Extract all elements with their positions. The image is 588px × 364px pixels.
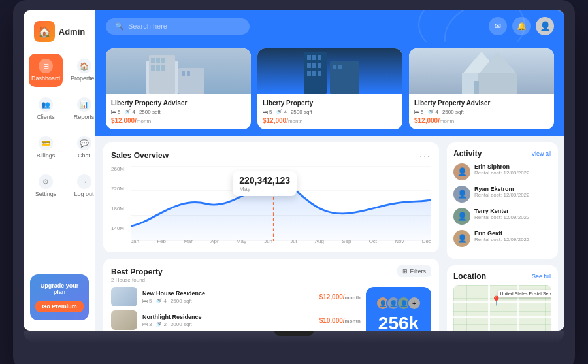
activity-info-1: Ryan Ekstrom Rental cost: 12/09/2022 (474, 186, 551, 198)
customers-card: 👤 👤 👤 + 256k Customers (366, 287, 431, 331)
map-road-h-1 (453, 301, 551, 303)
bottom-area: Sales Overview ··· 260M 220M 180M 140M (95, 136, 564, 331)
svg-rect-13 (312, 55, 316, 60)
prop-thumb-1 (111, 310, 137, 330)
filters-button[interactable]: ⊞ Filters (397, 265, 432, 277)
sidebar-item-settings[interactable]: ⚙ Settings (29, 169, 63, 203)
view-all-button[interactable]: View all (531, 150, 551, 157)
x-dec: Dec (422, 239, 431, 244)
location-card: Location See full 📍 United States Postal… (447, 265, 558, 331)
property-card-0[interactable]: Liberty Property Adviser 🛏 5 🚿 4 2500 sq… (106, 48, 251, 129)
property-price-0: $12,000/month (111, 117, 246, 124)
property-cards-row: Liberty Property Adviser 🛏 5 🚿 4 2500 sq… (95, 42, 564, 136)
map-placeholder[interactable]: 📍 United States Postal Service (453, 285, 551, 331)
prop-name-1: Northlight Residence (142, 314, 314, 320)
best-property-bottom: New House Residence 🛏 5 🚿 4 2500 sqft (111, 287, 431, 331)
property-image-2 (409, 48, 554, 94)
prop-thumb-0 (111, 287, 137, 306)
main-content: 🔍 ✉ 🔔 👤 (95, 10, 564, 331)
svg-rect-7 (161, 65, 165, 71)
property-card-1[interactable]: Liberty Property 🛏 5 🚿 4 2500 sqft $12,0… (257, 48, 402, 129)
x-apr: Apr (210, 239, 218, 244)
x-may: May (237, 239, 246, 244)
svg-rect-23 (338, 65, 342, 69)
svg-rect-15 (307, 63, 311, 68)
prop-sqft-1: 2000 sqft (171, 322, 192, 327)
sales-overview-card: Sales Overview ··· 260M 220M 180M 140M (103, 142, 439, 252)
activity-date-1: Rental cost: 12/09/2022 (474, 192, 551, 198)
sidebar-label-dashboard: Dashboard (31, 75, 60, 82)
sidebar-item-billings[interactable]: 💳 Billings (29, 131, 63, 164)
x-jun: Jun (264, 239, 272, 244)
property-card-body-0: Liberty Property Adviser 🛏 5 🚿 4 2500 sq… (106, 94, 251, 129)
chart-y-labels: 260M 220M 180M 140M (111, 166, 129, 231)
sidebar-label-settings: Settings (35, 191, 57, 197)
notification-button[interactable]: 🔔 (512, 17, 531, 35)
best-property-header: Best Property 2 House found ⊞ Filters (111, 265, 431, 283)
x-jan: Jan (131, 239, 139, 244)
sidebar-label-billings: Billings (37, 152, 56, 159)
property-image-1 (257, 48, 402, 94)
building-svg-0 (106, 48, 251, 94)
property-name-2: Liberty Property Adviser (414, 99, 549, 107)
user-avatar-button[interactable]: 👤 (536, 17, 554, 35)
x-sep: Sep (342, 239, 351, 244)
sales-more-button[interactable]: ··· (419, 150, 431, 161)
property-list: New House Residence 🛏 5 🚿 4 2500 sqft (111, 287, 361, 330)
search-bar[interactable]: 🔍 (106, 18, 250, 35)
svg-rect-16 (312, 63, 316, 68)
see-full-button[interactable]: See full (532, 273, 551, 280)
svg-rect-12 (307, 55, 311, 60)
logout-icon: → (77, 174, 91, 189)
property-name-1: Liberty Property (263, 99, 397, 107)
x-jul: Jul (290, 239, 297, 244)
activity-item-1: 👤 Ryan Ekstrom Rental cost: 12/09/2022 (453, 186, 551, 203)
sidebar-item-clients[interactable]: 👥 Clients (29, 92, 63, 125)
property-list-wrapper: New House Residence 🛏 5 🚿 4 2500 sqft (111, 287, 361, 331)
location-title: Location (453, 272, 486, 281)
sidebar-label-properties: Properties (71, 75, 97, 82)
sidebar: 🏠 Admin ⊞ Dashboard 🏠 Properties 👥 Clien… (24, 10, 95, 331)
sqft-0: 2500 sqft (139, 109, 161, 115)
sidebar-item-dashboard[interactable]: ⊞ Dashboard (29, 54, 63, 87)
prop-meta-0: 🛏 5 🚿 4 2500 sqft (142, 298, 314, 304)
header-actions: ✉ 🔔 👤 (489, 17, 554, 35)
svg-rect-5 (151, 65, 155, 71)
property-name-0: Liberty Property Adviser (111, 99, 246, 107)
prop-meta-1: 🛏 3 🚿 2 2000 sqft (142, 322, 314, 327)
activity-title: Activity (453, 149, 482, 158)
customers-avatars: 👤 👤 👤 + (376, 296, 421, 310)
svg-rect-10 (187, 71, 190, 76)
prop-beds-1: 🛏 3 (142, 322, 152, 327)
email-button[interactable]: ✉ (489, 17, 507, 35)
prop-baths-0: 🚿 4 (155, 298, 166, 304)
sidebar-nav: ⊞ Dashboard 🏠 Properties 👥 Clients 📊 Rep… (29, 54, 90, 203)
sidebar-label-logout: Log out (74, 191, 94, 197)
upgrade-button[interactable]: Go Premium (35, 301, 84, 312)
list-item[interactable]: New House Residence 🛏 5 🚿 4 2500 sqft (111, 287, 361, 306)
tooltip-value: 220,342,123 (239, 175, 290, 186)
customers-count: 256k (378, 314, 419, 331)
search-input[interactable] (128, 22, 240, 30)
search-icon: 🔍 (115, 22, 124, 31)
property-card-body-1: Liberty Property 🛏 5 🚿 4 2500 sqft $12,0… (257, 94, 402, 129)
logo-icon: 🏠 (34, 21, 55, 42)
top-header: 🔍 ✉ 🔔 👤 (95, 10, 564, 42)
sales-overview-title: Sales Overview (111, 151, 169, 160)
property-card-2[interactable]: Liberty Property Adviser 🛏 5 🚿 4 2500 sq… (409, 48, 554, 129)
prop-info-1: Northlight Residence 🛏 3 🚿 2 2000 sqft (142, 314, 314, 327)
best-property-title: Best Property (111, 267, 163, 276)
laptop-notch (274, 331, 314, 336)
baths-0: 🚿 4 (124, 109, 135, 115)
x-feb: Feb (157, 239, 166, 244)
activity-date-0: Rental cost: 12/09/2022 (474, 170, 551, 176)
list-item[interactable]: Northlight Residence 🛏 3 🚿 2 2000 sqft (111, 310, 361, 330)
activity-card: Activity View all 👤 Erin Siphron Rental … (447, 142, 558, 259)
beds-2: 🛏 5 (414, 109, 423, 115)
property-meta-0: 🛏 5 🚿 4 2500 sqft (111, 109, 246, 115)
houses-found: 2 House found (111, 277, 163, 283)
activity-item-3: 👤 Erin Geidt Rental cost: 12/09/2022 (453, 230, 551, 247)
activity-avatar-2: 👤 (453, 208, 470, 225)
dashboard-icon: ⊞ (39, 59, 53, 73)
activity-avatar-0: 👤 (453, 163, 470, 180)
